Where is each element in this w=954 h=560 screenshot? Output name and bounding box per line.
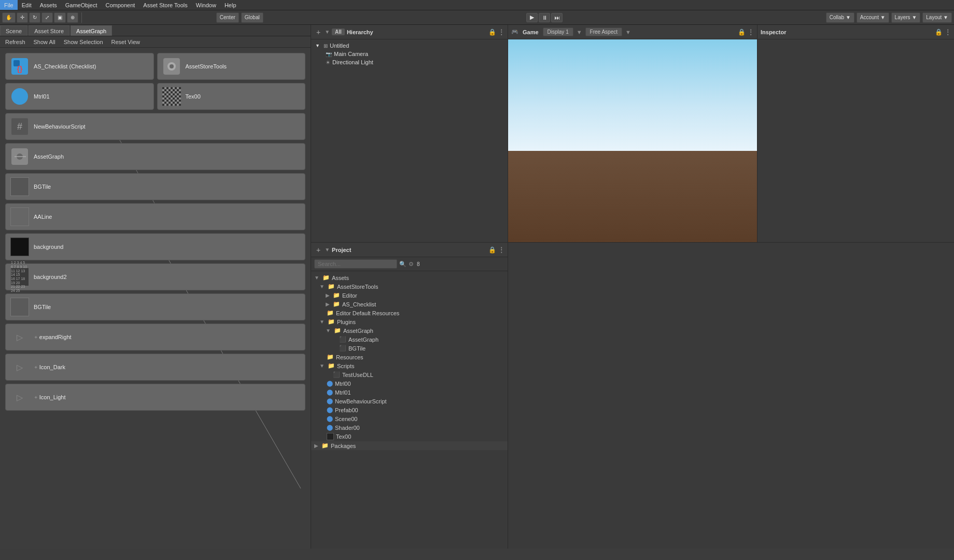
collab-btn[interactable]: Collab ▼ <box>826 12 854 23</box>
layout-btn[interactable]: Layout ▼ <box>922 12 952 23</box>
proj-tex00[interactable]: ▶ Tex00 <box>311 432 508 441</box>
inspector-lock-icon[interactable]: 🔒 <box>935 29 943 36</box>
node-background2[interactable]: 1 2 3 4 56 7 8 9 1011 12 13 14 1516 17 1… <box>5 263 305 290</box>
project-filter-icon[interactable]: ▼ <box>325 247 330 253</box>
proj-as-checklist[interactable]: ▶ 📁 AS_Checklist <box>311 300 508 309</box>
hierarchy-all-btn[interactable]: All <box>332 29 345 35</box>
node-new-behaviour[interactable]: # NewBehaviourScript <box>5 113 305 140</box>
show-all-btn[interactable]: Show All <box>32 39 58 45</box>
node-tex00[interactable]: Tex00 <box>157 83 306 110</box>
proj-editor-default[interactable]: ▶ 📁 Editor Default Resources <box>311 309 508 317</box>
proj-mtrl01[interactable]: ▶ ⬤ Mtrl01 <box>311 388 508 397</box>
hier-item-main-camera[interactable]: 📷 Main Camera <box>311 50 508 58</box>
node-icon-light[interactable]: ▷ ✦ Icon_Light <box>5 384 305 411</box>
proj-new-behaviour[interactable]: ▶ ⬤ NewBehaviourScript <box>311 397 508 405</box>
refresh-btn[interactable]: Refresh <box>3 39 27 45</box>
node-icon-dark[interactable]: ▷ ✦ Icon_Dark <box>5 354 305 381</box>
proj-resources[interactable]: ▶ 📁 Resources <box>311 353 508 361</box>
project-lock-icon[interactable]: 🔒 <box>488 246 496 254</box>
layers-btn[interactable]: Layers ▼ <box>891 12 921 23</box>
step-btn[interactable]: ⏭ <box>551 13 563 22</box>
game-more-icon[interactable]: ⋮ <box>748 29 754 36</box>
proj-prefab00[interactable]: ▶ ⬤ Prefab00 <box>311 405 508 414</box>
proj-assetstoretools[interactable]: ▼ 📁 AssetStoreTools <box>311 282 508 291</box>
hierarchy-lock-icon[interactable]: 🔒 <box>488 29 496 36</box>
asset-graph-folder-label: AssetGraph <box>343 328 373 334</box>
background2-label: background2 <box>34 274 67 280</box>
menu-help[interactable]: Help <box>220 0 241 10</box>
pivot-group: Center Global <box>216 12 263 23</box>
node-asset-store-tools[interactable]: AssetStoreTools <box>157 53 306 80</box>
menu-component[interactable]: Component <box>101 0 139 10</box>
move-tool[interactable]: ✛ <box>17 12 28 23</box>
show-selection-btn[interactable]: Show Selection <box>62 39 105 45</box>
project-search-input[interactable] <box>314 259 397 269</box>
reset-view-btn[interactable]: Reset View <box>109 39 142 45</box>
game-lock-icon[interactable]: 🔒 <box>738 29 746 36</box>
scene00-icon: ⬤ <box>327 415 333 422</box>
hierarchy-more-icon[interactable]: ⋮ <box>498 29 504 36</box>
expand-right-label: ✦ expandRight <box>34 334 72 340</box>
tab-asset-store[interactable]: Asset Store <box>29 25 69 36</box>
menu-assetstoretools[interactable]: Asset Store Tools <box>139 0 191 10</box>
rect-tool[interactable]: ▣ <box>54 12 66 23</box>
bgtile2-icon <box>10 297 30 317</box>
proj-asset-graph-sub[interactable]: ▶ ⬛ AssetGraph <box>311 335 508 344</box>
menu-window[interactable]: Window <box>192 0 220 10</box>
agf-arrow: ▼ <box>326 328 331 333</box>
aspect-btn[interactable]: Free Aspect <box>585 27 622 36</box>
hand-tool[interactable]: ✋ <box>2 12 16 23</box>
asset-graph-sub-label: AssetGraph <box>348 337 378 343</box>
node-bgtile2[interactable]: BGTile <box>5 293 305 320</box>
inspector-more-icon[interactable]: ⋮ <box>945 29 951 36</box>
proj-editor[interactable]: ▶ 📁 Editor <box>311 291 508 300</box>
node-aaline[interactable]: AALine <box>5 203 305 230</box>
hier-item-untitled[interactable]: ▼ ⊞ Untitled <box>311 41 508 50</box>
panel-tab-bar: Scene Asset Store AssetGraph <box>0 25 311 36</box>
menu-gameobject[interactable]: GameObject <box>61 0 102 10</box>
proj-mtrl00[interactable]: ▶ ⬤ Mtrl00 <box>311 379 508 388</box>
proj-plugins[interactable]: ▼ 📁 Plugins <box>311 317 508 326</box>
project-more-icon[interactable]: ⋮ <box>498 246 504 254</box>
game-title: Game <box>523 29 539 35</box>
proj-packages[interactable]: ▶ 📁 Packages <box>311 441 508 450</box>
proj-shader00[interactable]: ▶ ⬤ Shader00 <box>311 423 508 432</box>
hierarchy-add-btn[interactable]: + <box>314 28 322 36</box>
tab-scene[interactable]: Scene <box>0 25 27 36</box>
project-header: + ▼ Project 🔒 ⋮ <box>311 243 508 257</box>
play-btn[interactable]: ▶ <box>526 13 538 22</box>
node-as-checklist[interactable]: {} AS_Checklist (Checklist) <box>5 53 154 80</box>
center-btn[interactable]: Center <box>216 12 239 23</box>
project-search-icon[interactable]: 🔍 <box>399 261 406 268</box>
proj-testusedll[interactable]: ▶ ⬛ TestUseDLL <box>311 370 508 379</box>
menu-edit[interactable]: Edit <box>18 0 36 10</box>
res-folder-icon: 📁 <box>327 354 334 360</box>
asset-graph-content[interactable]: {} AS_Checklist (Checklist) AssetStoreTo… <box>0 48 311 549</box>
project-filter-btn[interactable]: ⚙ <box>409 261 414 268</box>
proj-assets[interactable]: ▼ 📁 Assets <box>311 273 508 282</box>
menu-file[interactable]: File <box>0 0 18 10</box>
tab-asset-graph[interactable]: AssetGraph <box>71 25 112 36</box>
proj-scripts[interactable]: ▼ 📁 Scripts <box>311 361 508 370</box>
project-add-btn[interactable]: + <box>314 246 322 254</box>
aspect-sep: ▼ <box>625 29 631 35</box>
node-expand-right[interactable]: ▷ ✦ expandRight <box>5 324 305 351</box>
menu-assets[interactable]: Assets <box>36 0 61 10</box>
global-btn[interactable]: Global <box>241 12 263 23</box>
transform-tool[interactable]: ⊕ <box>67 12 78 23</box>
node-background[interactable]: background <box>5 233 305 260</box>
hier-item-directional-light[interactable]: ☀ Directional Light <box>311 58 508 66</box>
node-mtrl01[interactable]: Mtrl01 <box>5 83 154 110</box>
asset-graph-label: AssetGraph <box>34 153 64 160</box>
node-asset-graph[interactable]: AssetGraph <box>5 143 305 170</box>
proj-scene00[interactable]: ▶ ⬤ Scene00 <box>311 414 508 423</box>
display-btn[interactable]: Display 1 <box>543 27 573 36</box>
pause-btn[interactable]: ⏸ <box>539 13 550 22</box>
node-bgtile1[interactable]: BGTile <box>5 173 305 200</box>
proj-bgtile-asset[interactable]: ▶ ⬛ BGTile <box>311 344 508 353</box>
rotate-tool[interactable]: ↻ <box>29 12 40 23</box>
account-btn[interactable]: Account ▼ <box>857 12 889 23</box>
hierarchy-filter-icon[interactable]: ▼ <box>325 29 330 35</box>
scale-tool[interactable]: ⤢ <box>41 12 53 23</box>
proj-asset-graph-folder[interactable]: ▼ 📁 AssetGraph <box>311 326 508 335</box>
